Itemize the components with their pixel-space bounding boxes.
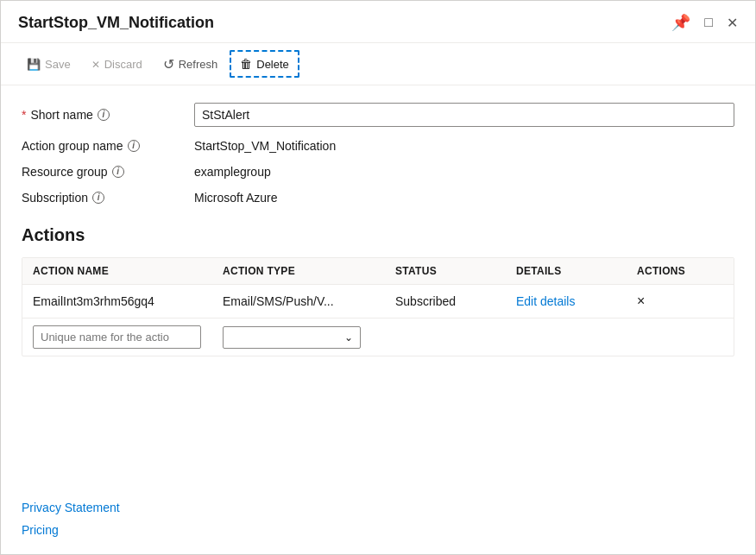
- panel-title: StartStop_VM_Notification: [18, 14, 214, 32]
- row-status: Subscribed: [395, 294, 516, 308]
- save-label: Save: [45, 58, 71, 71]
- refresh-label: Refresh: [179, 58, 218, 71]
- chevron-down-icon: ⌄: [344, 331, 353, 344]
- subscription-info-icon[interactable]: i: [92, 192, 104, 204]
- discard-button[interactable]: Discard: [83, 52, 151, 76]
- action-group-info-icon[interactable]: i: [128, 140, 140, 152]
- short-name-row: * Short name i: [22, 103, 734, 127]
- resource-group-label: Resource group: [22, 165, 108, 179]
- resource-group-value: examplegroup: [194, 165, 271, 179]
- table-row: EmailInt3m3rhm56gq4 Email/SMS/Push/V... …: [22, 285, 734, 318]
- save-icon: [27, 57, 41, 71]
- refresh-icon: [163, 56, 174, 73]
- delete-button[interactable]: 🗑 Delete: [230, 50, 299, 78]
- main-panel: StartStop_VM_Notification 📌 □ ✕ Save Dis…: [0, 0, 756, 555]
- table-input-row: ⌄: [22, 318, 734, 356]
- action-group-name-value: StartStop_VM_Notification: [194, 139, 336, 153]
- short-name-input[interactable]: [194, 103, 734, 127]
- footer-links: Privacy Statement Pricing: [22, 483, 734, 537]
- panel-header: StartStop_VM_Notification 📌 □ ✕: [1, 1, 755, 43]
- trash-icon: 🗑: [240, 57, 252, 71]
- delete-label: Delete: [256, 58, 289, 71]
- subscription-label-container: Subscription i: [22, 191, 194, 205]
- short-name-label: Short name: [30, 108, 92, 122]
- subscription-row: Subscription i Microsoft Azure: [22, 191, 734, 205]
- col-header-details: DETAILS: [516, 265, 637, 277]
- subscription-label: Subscription: [22, 191, 88, 205]
- col-header-status: STATUS: [395, 265, 516, 277]
- resource-group-label-container: Resource group i: [22, 165, 194, 179]
- actions-section-title: Actions: [22, 225, 734, 245]
- col-header-actions: ACTIONS: [637, 265, 706, 277]
- required-marker: *: [22, 108, 26, 122]
- pricing-link[interactable]: Pricing: [22, 523, 734, 537]
- resource-group-info-icon[interactable]: i: [112, 166, 124, 178]
- row-action-type: Email/SMS/Push/V...: [223, 294, 395, 308]
- save-button[interactable]: Save: [18, 52, 79, 76]
- header-icons: 📌 □ ✕: [671, 13, 738, 32]
- short-name-info-icon[interactable]: i: [98, 109, 110, 121]
- actions-table: ACTION NAME ACTION TYPE STATUS DETAILS A…: [22, 257, 734, 356]
- resource-group-row: Resource group i examplegroup: [22, 165, 734, 179]
- discard-label: Discard: [104, 58, 142, 71]
- col-header-action-name: ACTION NAME: [33, 265, 223, 277]
- table-header: ACTION NAME ACTION TYPE STATUS DETAILS A…: [22, 258, 734, 285]
- new-action-name-input[interactable]: [33, 325, 201, 349]
- close-panel-icon[interactable]: ✕: [727, 15, 738, 31]
- maximize-icon[interactable]: □: [704, 15, 713, 30]
- privacy-statement-link[interactable]: Privacy Statement: [22, 501, 734, 514]
- content-area: * Short name i Action group name i Start…: [1, 85, 755, 554]
- toolbar: Save Discard Refresh 🗑 Delete: [1, 43, 755, 85]
- col-header-action-type: ACTION TYPE: [223, 265, 395, 277]
- action-group-name-label: Action group name: [22, 139, 123, 153]
- action-type-select[interactable]: ⌄: [223, 326, 361, 349]
- action-group-name-label-container: Action group name i: [22, 139, 194, 153]
- action-group-name-row: Action group name i StartStop_VM_Notific…: [22, 139, 734, 153]
- subscription-value: Microsoft Azure: [194, 191, 277, 205]
- edit-details-link[interactable]: Edit details: [516, 294, 637, 308]
- row-action-name: EmailInt3m3rhm56gq4: [33, 294, 223, 308]
- refresh-button[interactable]: Refresh: [154, 51, 227, 78]
- pin-icon[interactable]: 📌: [671, 13, 690, 32]
- short-name-label-container: * Short name i: [22, 108, 194, 122]
- row-delete-icon[interactable]: ×: [637, 293, 706, 309]
- discard-icon: [91, 57, 100, 71]
